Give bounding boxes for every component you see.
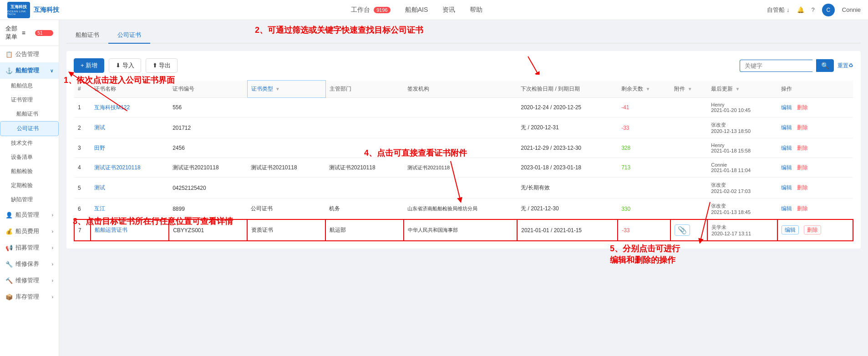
nav-item-ais[interactable]: 船舶AIS — [405, 6, 428, 14]
tab-company-cert[interactable]: 公司证书 — [108, 27, 150, 44]
cell-issuer — [404, 98, 517, 117]
nav-item-news[interactable]: 资讯 — [442, 6, 455, 14]
reset-link[interactable]: 重置♻ — [838, 62, 853, 70]
cell-action: 编辑 删除 — [777, 158, 853, 178]
delete-link[interactable]: 删除 — [797, 184, 808, 191]
col-id: # — [74, 81, 91, 98]
company-cert-label: 公司证书 — [17, 125, 39, 132]
cert-name-link[interactable]: 互海科技M122 — [94, 104, 130, 111]
crew-icon: 👤 — [5, 212, 13, 219]
cell-dates: 2020-12-24 / 2020-12-25 — [517, 98, 618, 117]
cell-update: 张改变2020-12-13 18:50 — [707, 117, 777, 138]
cell-number: 201712 — [169, 117, 247, 138]
edit-link[interactable]: 编辑 — [781, 124, 792, 131]
delete-link[interactable]: 删除 — [797, 164, 808, 171]
edit-link[interactable]: 编辑 — [781, 104, 792, 111]
tab-bar: 船舶证书 公司证书 — [66, 27, 861, 44]
tab-vessel-cert[interactable]: 船舶证书 — [66, 27, 108, 44]
sidebar-item-vessel-info[interactable]: 船舶信息 — [0, 79, 59, 93]
sidebar-item-defect-mgmt[interactable]: 缺陷管理 — [0, 193, 59, 207]
delete-link[interactable]: 删除 — [804, 225, 821, 234]
delete-link[interactable]: 删除 — [797, 205, 808, 212]
edit-link[interactable]: 编辑 — [781, 164, 792, 171]
delete-link[interactable]: 删除 — [797, 104, 808, 111]
edit-link[interactable]: 编辑 — [782, 225, 799, 234]
col-attach-sort: ▼ — [688, 86, 692, 92]
attach-icon[interactable]: 📎 — [675, 224, 690, 236]
import-button[interactable]: ⬇ 导入 — [109, 58, 141, 73]
content-area: 船舶证书 公司证书 + 新增 ⬇ 导入 ⬆ 导出 🔍 重置♻ — [59, 20, 868, 356]
cert-name-link[interactable]: 船舶运营证书 — [95, 227, 127, 233]
avatar[interactable]: C — [822, 4, 835, 16]
repair-label: 维修管理 — [15, 276, 39, 285]
defect-mgmt-label: 缺陷管理 — [11, 196, 33, 203]
cert-name-link[interactable]: 互江 — [94, 205, 105, 212]
export-button[interactable]: ⬆ 导出 — [146, 58, 178, 73]
table-row[interactable]: 2 测试 201712 无 / 2020-12-31 -33 张改变2020-1… — [74, 117, 853, 138]
cert-name-link[interactable]: 测试 — [94, 184, 105, 191]
cell-name: 船舶运营证书 — [91, 219, 169, 241]
cert-name-link[interactable]: 测试证书20210118 — [94, 164, 140, 171]
cell-dept: 测试证书20210118 — [325, 158, 404, 178]
add-button[interactable]: + 新增 — [74, 58, 104, 73]
sidebar-item-cert-mgmt[interactable]: 证书管理 — [0, 93, 59, 107]
cell-dates: 无/长期有效 — [517, 178, 618, 198]
edit-link[interactable]: 编辑 — [781, 205, 792, 212]
sidebar-item-vessel-inspect[interactable]: 船舶检验 — [0, 164, 59, 178]
help-icon[interactable]: ? — [812, 6, 815, 13]
sidebar-item-announcement[interactable]: 📋 公告管理 — [0, 46, 59, 62]
top-nav: 互海科技 OCEAN LINK TECH 互海科技 工作台 9196 船舶AIS… — [0, 0, 868, 20]
table-row[interactable]: 3 田野 2456 2021-12-29 / 2023-12-30 328 He… — [74, 138, 853, 158]
sidebar-item-tech-doc[interactable]: 技术文件 — [0, 136, 59, 150]
cell-action: 编辑 删除 — [777, 219, 853, 241]
crew-cost-expand: › — [52, 229, 53, 234]
sidebar-item-company-cert[interactable]: 公司证书 — [0, 121, 59, 136]
cell-remaining: -33 — [618, 219, 670, 241]
cell-remaining — [618, 178, 670, 198]
sidebar-item-crew-cost[interactable]: 💰 船员费用 › — [0, 223, 59, 239]
delete-link[interactable]: 删除 — [797, 145, 808, 151]
cert-name-link[interactable]: 田野 — [94, 145, 105, 151]
cell-remaining: -41 — [618, 98, 670, 117]
sidebar-item-inventory[interactable]: 📦 库存管理 › — [0, 289, 59, 305]
table-row[interactable]: 5 测试 04252125420 无/长期有效 张改变2021-02-02 17… — [74, 178, 853, 198]
table-row[interactable]: 4 测试证书20210118 测试证书20210118 测试证书20210118… — [74, 158, 853, 178]
table-row[interactable]: 7 船舶运营证书 CBYYZS001 资质证书 航运部 中华人民共和国海事部 2… — [74, 219, 853, 241]
nav-item-workbench[interactable]: 工作台 9196 — [351, 6, 390, 14]
cell-type — [247, 117, 325, 138]
sidebar-item-vessel-mgmt[interactable]: ⚓ 船舶管理 ∨ — [0, 62, 59, 79]
main-layout: 全部菜单 ≡ 51 📋 公告管理 ⚓ 船舶管理 ∨ 船舶信息 证书管理 船舶证书… — [0, 20, 868, 356]
nav-self-manage[interactable]: 自管船 ↓ — [767, 6, 789, 14]
sidebar-item-recruit[interactable]: 📢 招募管理 › — [0, 239, 59, 256]
sidebar-item-maintenance[interactable]: 🔧 维修保养 › — [0, 256, 59, 272]
table-row[interactable]: 1 互海科技M122 556 2020-12-24 / 2020-12-25 -… — [74, 98, 853, 117]
notification-icon[interactable]: 🔔 — [797, 6, 804, 13]
table-row[interactable]: 6 互江 8899 公司证书 机务 山东省济南船舶检验局维坊分局 无 / 202… — [74, 198, 853, 220]
sidebar-item-equipment[interactable]: 设备清单 — [0, 150, 59, 164]
sidebar-menu-icon[interactable]: ≡ — [22, 29, 36, 36]
cell-name: 互海科技M122 — [91, 98, 169, 117]
logo-area: 互海科技 OCEAN LINK TECH 互海科技 — [7, 2, 66, 18]
search-button[interactable]: 🔍 — [816, 59, 834, 72]
delete-link[interactable]: 删除 — [797, 124, 808, 131]
crew-expand: › — [52, 213, 53, 218]
cell-update: 张改变2021-01-13 18:45 — [707, 198, 777, 220]
nav-news-label: 资讯 — [442, 6, 455, 14]
cell-id: 2 — [74, 117, 91, 138]
sidebar-item-repair[interactable]: 🔨 维修管理 › — [0, 272, 59, 289]
equipment-label: 设备清单 — [11, 153, 33, 161]
sidebar: 全部菜单 ≡ 51 📋 公告管理 ⚓ 船舶管理 ∨ 船舶信息 证书管理 船舶证书… — [0, 20, 59, 356]
edit-link[interactable]: 编辑 — [781, 184, 792, 191]
cell-type — [247, 98, 325, 117]
edit-link[interactable]: 编辑 — [781, 145, 792, 151]
nav-item-help[interactable]: 帮助 — [470, 6, 482, 14]
sidebar-item-crew[interactable]: 👤 船员管理 › — [0, 207, 59, 223]
cert-name-link[interactable]: 测试 — [94, 124, 105, 131]
search-input[interactable] — [740, 60, 812, 72]
col-type-sort: ▼ — [275, 86, 280, 92]
logo-icon: 互海科技 OCEAN LINK TECH — [7, 2, 30, 18]
cell-dept — [325, 178, 404, 198]
sidebar-item-vessel-cert[interactable]: 船舶证书 — [0, 107, 59, 121]
cell-remaining: 713 — [618, 158, 670, 178]
sidebar-item-regular-inspect[interactable]: 定期检验 — [0, 178, 59, 193]
